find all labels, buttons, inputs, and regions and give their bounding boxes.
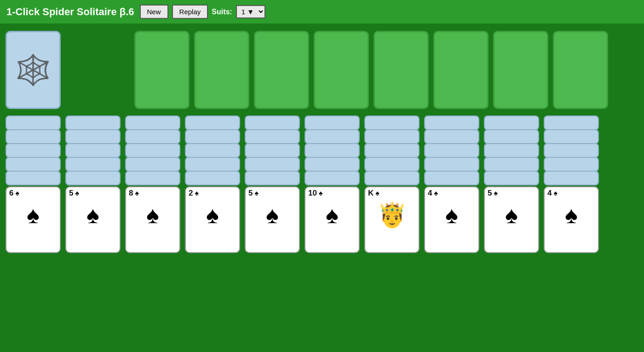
face-down-card: [424, 115, 479, 130]
face-down-stack-1: [65, 115, 121, 185]
suits-label: Suits:: [212, 8, 232, 16]
new-button[interactable]: New: [140, 5, 168, 19]
face-up-card-col1[interactable]: 5 ♠ ♠: [65, 186, 121, 253]
face-down-stack-5: [305, 115, 360, 185]
face-down-card: [185, 129, 240, 144]
face-up-card-col9[interactable]: 4 ♠ ♠: [544, 186, 599, 253]
tableau-column-4: 5 ♠ ♠: [245, 115, 300, 253]
card-center: ♠: [248, 201, 296, 229]
game-area: 🕸️ 6 ♠ ♠: [0, 24, 644, 260]
face-down-card: [305, 115, 360, 130]
tableau-column-8: 5 ♠ ♠: [484, 115, 539, 253]
face-down-card: [364, 171, 420, 185]
face-up-card-col2[interactable]: 8 ♠ ♠: [125, 186, 180, 253]
foundation-slot-5[interactable]: [374, 31, 429, 109]
card-center: ♠: [69, 201, 117, 229]
face-down-stack-4: [245, 115, 300, 185]
foundation-slot-4[interactable]: [314, 31, 369, 109]
suits-select[interactable]: 1 ▼ 2 4: [236, 5, 265, 18]
card-center: ♠: [189, 201, 236, 229]
stock-pile[interactable]: 🕸️: [6, 31, 61, 109]
face-down-card: [185, 115, 240, 130]
foundation-slot-7[interactable]: [493, 31, 548, 109]
face-down-card: [6, 143, 61, 158]
face-up-card-col5[interactable]: 10 ♠ ♠: [305, 186, 360, 253]
face-down-card: [125, 115, 180, 130]
card-center: ♠: [547, 201, 595, 229]
face-down-card: [125, 171, 180, 185]
face-down-card: [6, 129, 61, 144]
top-row: 🕸️: [6, 31, 638, 109]
face-down-card: [125, 157, 180, 172]
card-header: 8 ♠: [129, 189, 177, 197]
card-header: 2 ♠: [189, 189, 236, 197]
face-down-card: [484, 143, 539, 158]
tableau: 6 ♠ ♠ 5 ♠ ♠: [6, 115, 638, 253]
card-center: ♠: [488, 201, 535, 229]
face-down-card: [65, 129, 121, 144]
game-header: 1-Click Spider Solitaire β.6 New Replay …: [0, 0, 644, 24]
face-down-card: [305, 171, 360, 185]
face-down-card: [245, 115, 300, 130]
face-down-stack-7: [424, 115, 479, 185]
face-up-card-col8[interactable]: 5 ♠ ♠: [484, 186, 539, 253]
face-down-card: [65, 115, 121, 130]
face-down-card: [424, 143, 479, 158]
card-header: K ♠: [368, 189, 416, 197]
replay-button[interactable]: Replay: [172, 5, 208, 19]
face-down-card: [125, 143, 180, 158]
face-up-card-col6[interactable]: K ♠ 🤴: [364, 186, 420, 253]
face-down-stack-8: [484, 115, 539, 185]
face-up-card-col0[interactable]: 6 ♠ ♠: [6, 186, 61, 253]
face-down-stack-9: [544, 115, 599, 185]
face-down-card: [245, 143, 300, 158]
face-down-card: [544, 129, 599, 144]
face-down-card: [544, 143, 599, 158]
face-down-card: [65, 171, 121, 185]
face-down-card: [305, 129, 360, 144]
king-emoji: 🤴: [368, 201, 416, 229]
foundation-slot-8[interactable]: [553, 31, 608, 109]
card-header: 5 ♠: [488, 189, 535, 197]
card-header: 4 ♠: [547, 189, 595, 197]
face-down-card: [484, 157, 539, 172]
face-down-card: [65, 143, 121, 158]
face-down-card: [484, 129, 539, 144]
foundation-slot-6[interactable]: [433, 31, 489, 109]
face-down-card: [245, 157, 300, 172]
face-down-card: [305, 157, 360, 172]
card-center: ♠: [9, 201, 57, 229]
face-up-card-col4[interactable]: 5 ♠ ♠: [245, 186, 300, 253]
face-down-card: [544, 157, 599, 172]
tableau-column-0: 6 ♠ ♠: [6, 115, 61, 253]
tableau-column-5: 10 ♠ ♠: [305, 115, 360, 253]
face-up-card-col3[interactable]: 2 ♠ ♠: [185, 186, 240, 253]
face-down-stack-3: [185, 115, 240, 185]
face-down-card: [364, 157, 420, 172]
face-down-card: [125, 129, 180, 144]
tableau-column-3: 2 ♠ ♠: [185, 115, 240, 253]
foundation-slot-2[interactable]: [194, 31, 249, 109]
face-down-card: [364, 115, 420, 130]
face-down-card: [6, 115, 61, 130]
face-down-card: [364, 143, 420, 158]
face-down-stack-2: [125, 115, 180, 185]
tableau-column-9: 4 ♠ ♠: [544, 115, 599, 253]
face-down-card: [424, 129, 479, 144]
face-up-card-col7[interactable]: 4 ♠ ♠: [424, 186, 479, 253]
card-center: ♠: [308, 201, 356, 229]
game-title: 1-Click Spider Solitaire β.6: [6, 6, 134, 18]
face-down-card: [185, 157, 240, 172]
foundation-slot-1[interactable]: [134, 31, 190, 109]
card-header: 10 ♠: [308, 189, 356, 197]
face-down-card: [424, 171, 479, 185]
face-down-card: [6, 157, 61, 172]
face-down-card: [364, 129, 420, 144]
card-header: 4 ♠: [428, 189, 476, 197]
foundation-slot-3[interactable]: [254, 31, 309, 109]
face-down-card: [305, 143, 360, 158]
card-header: 5 ♠: [69, 189, 117, 197]
face-down-stack-0: [6, 115, 61, 185]
card-center: ♠: [428, 201, 476, 229]
card-center: ♠: [129, 201, 177, 229]
